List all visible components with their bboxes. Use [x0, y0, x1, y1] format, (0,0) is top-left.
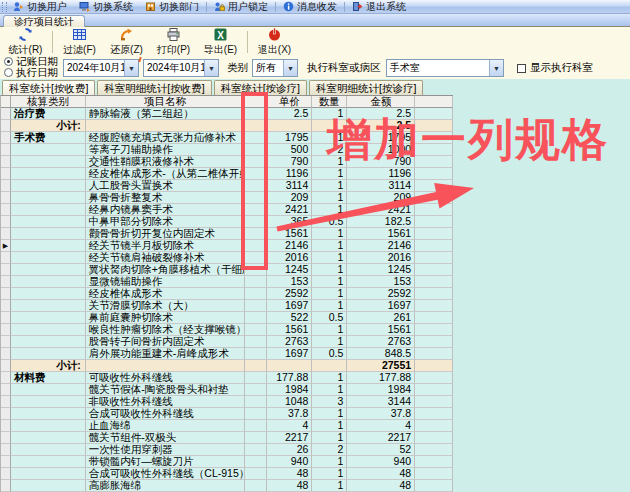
item-name-cell[interactable]	[86, 120, 246, 132]
trailing-cell[interactable]	[415, 180, 453, 192]
row-header-cell[interactable]	[1, 252, 11, 264]
row-header-cell[interactable]	[1, 468, 11, 480]
spec-blank-cell[interactable]	[245, 384, 267, 396]
trailing-cell[interactable]	[415, 444, 453, 456]
quantity-cell[interactable]: 1	[312, 228, 347, 240]
unit-price-cell[interactable]: 1984	[267, 384, 312, 396]
category-cell[interactable]	[11, 168, 86, 180]
item-name-cell[interactable]: 可吸收性外科缝线	[86, 372, 246, 384]
category-cell[interactable]	[11, 444, 86, 456]
quantity-cell[interactable]: 1	[312, 372, 347, 384]
item-name-cell[interactable]: 高膨胀海绵	[86, 480, 246, 492]
category-cell[interactable]	[11, 456, 86, 468]
category-cell[interactable]	[11, 252, 86, 264]
row-header-cell[interactable]	[1, 96, 11, 108]
trailing-cell[interactable]	[415, 420, 453, 432]
spec-blank-cell[interactable]	[245, 480, 267, 492]
quantity-cell[interactable]: 1	[312, 336, 347, 348]
toolbar-button-restore[interactable]: 还原(Z)	[103, 28, 150, 55]
category-cell[interactable]	[11, 192, 86, 204]
trailing-cell[interactable]	[415, 456, 453, 468]
category-cell[interactable]	[11, 324, 86, 336]
spec-blank-cell[interactable]	[245, 276, 267, 288]
unit-price-cell[interactable]: 4	[267, 420, 312, 432]
trailing-cell[interactable]	[415, 192, 453, 204]
category-cell[interactable]	[11, 156, 86, 168]
amount-cell[interactable]: 2016	[347, 252, 415, 264]
category-cell[interactable]	[11, 336, 86, 348]
row-header-cell[interactable]	[1, 312, 11, 324]
date-to-combo[interactable]: 2024年10月10日 ▼	[143, 59, 219, 77]
spec-blank-cell[interactable]	[245, 396, 267, 408]
amount-cell[interactable]: 209	[347, 192, 415, 204]
unit-price-cell[interactable]: 2217	[267, 432, 312, 444]
item-name-cell[interactable]: 鼻骨骨折整复术	[86, 192, 246, 204]
quantity-cell[interactable]: 1	[312, 468, 347, 480]
item-name-cell[interactable]: 中鼻甲部分切除术	[86, 216, 246, 228]
item-name-cell[interactable]: 合成可吸收性外科缝线	[86, 408, 246, 420]
category-cell[interactable]	[11, 276, 86, 288]
chevron-down-icon[interactable]: ▼	[283, 60, 297, 76]
header-category-cell[interactable]: 核算类别	[11, 96, 86, 108]
item-name-cell[interactable]: 肩外展功能重建术-肩峰成形术	[86, 348, 246, 360]
spec-blank-cell[interactable]	[245, 420, 267, 432]
item-name-cell[interactable]: 人工股骨头置换术	[86, 180, 246, 192]
quantity-cell[interactable]: 1	[312, 408, 347, 420]
amount-cell[interactable]: 848.5	[347, 348, 415, 360]
row-header-cell[interactable]	[1, 144, 11, 156]
row-header-cell[interactable]	[1, 348, 11, 360]
quantity-cell[interactable]: 1	[312, 288, 347, 300]
amount-cell[interactable]: 1984	[347, 384, 415, 396]
category-cell[interactable]	[11, 204, 86, 216]
row-header-cell[interactable]	[1, 204, 11, 216]
toolbar-button-filter[interactable]: 过滤(F)	[56, 28, 103, 55]
header-unit-price-cell[interactable]: 单价	[267, 96, 312, 108]
trailing-cell[interactable]	[415, 324, 453, 336]
quantity-cell[interactable]: 1	[312, 324, 347, 336]
category-cell[interactable]	[11, 348, 86, 360]
category-combo[interactable]: 所有 ▼	[252, 59, 298, 77]
menu-item-switch-dept[interactable]: 切换部门	[139, 0, 205, 13]
unit-price-cell[interactable]: 48	[267, 468, 312, 480]
quantity-cell[interactable]: 2	[312, 444, 347, 456]
category-cell[interactable]	[11, 312, 86, 324]
item-name-cell[interactable]: 经鼻内镜鼻窦手术	[86, 204, 246, 216]
spec-blank-cell[interactable]	[245, 372, 267, 384]
quantity-cell[interactable]: 1	[312, 432, 347, 444]
amount-cell[interactable]: 2421	[347, 204, 415, 216]
category-cell[interactable]	[11, 216, 86, 228]
tab-treatment-item-stats[interactable]: 诊疗项目统计	[3, 15, 85, 27]
trailing-cell[interactable]	[415, 396, 453, 408]
unit-price-cell[interactable]: 1561	[267, 324, 312, 336]
trailing-cell[interactable]	[415, 372, 453, 384]
spec-blank-cell[interactable]	[245, 432, 267, 444]
item-name-cell[interactable]: 非吸收性外科缝线	[86, 396, 246, 408]
trailing-cell[interactable]	[415, 384, 453, 396]
header-trailing-cell[interactable]	[415, 96, 453, 108]
category-cell[interactable]: 治疗费	[11, 108, 86, 120]
category-cell[interactable]	[11, 408, 86, 420]
unit-price-cell[interactable]: 2763	[267, 336, 312, 348]
quantity-cell[interactable]: 1	[312, 420, 347, 432]
unit-price-cell[interactable]: 2.5	[267, 108, 312, 120]
category-cell[interactable]	[11, 396, 86, 408]
row-header-cell[interactable]	[1, 264, 11, 276]
amount-cell[interactable]: 27551	[347, 360, 415, 372]
toolbar-button-export[interactable]: X导出(E)	[197, 28, 244, 55]
spec-blank-cell[interactable]	[245, 468, 267, 480]
amount-cell[interactable]: 2592	[347, 288, 415, 300]
item-name-cell[interactable]: 带锁髓内钉—螺旋刀片	[86, 456, 246, 468]
menu-item-exit-system[interactable]: 退出系统	[346, 0, 412, 13]
menu-item-user-lock[interactable]: 用户锁定	[208, 0, 274, 13]
trailing-cell[interactable]	[415, 480, 453, 492]
trailing-cell[interactable]	[415, 432, 453, 444]
row-header-cell[interactable]	[1, 372, 11, 384]
unit-price-cell[interactable]	[267, 360, 312, 372]
unit-price-cell[interactable]: 177.88	[267, 372, 312, 384]
item-name-cell[interactable]: 翼状胬肉切除+角膜移植术（干细胞移植）	[86, 264, 246, 276]
unit-price-cell[interactable]: 37.8	[267, 408, 312, 420]
item-name-cell[interactable]: 关节滑膜切除术（大）	[86, 300, 246, 312]
unit-price-cell[interactable]: 1795	[267, 132, 312, 144]
toolbar-button-quit[interactable]: 退出(X)	[251, 28, 298, 55]
chevron-down-icon[interactable]: ▼	[204, 60, 218, 76]
